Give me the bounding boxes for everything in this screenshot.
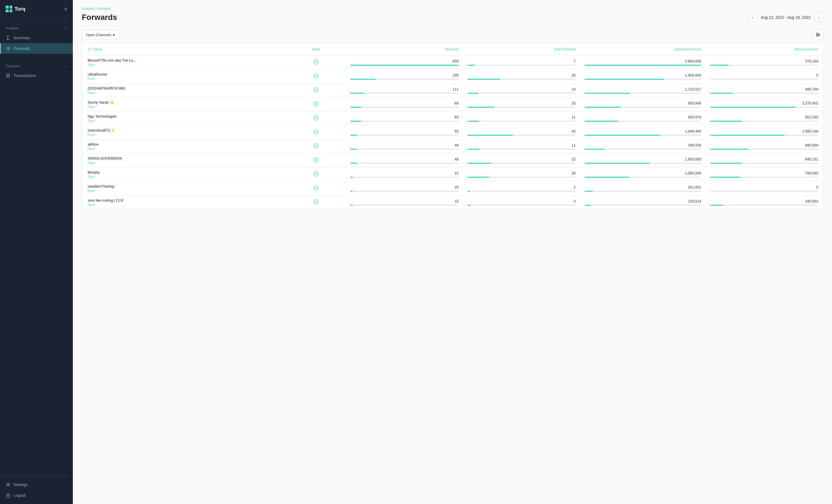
svg-point-17 xyxy=(817,35,818,36)
cell-revenue-10: 15 xyxy=(346,195,463,209)
svg-point-18 xyxy=(314,60,318,64)
cell-open-10 xyxy=(286,195,346,209)
svg-rect-5 xyxy=(8,49,10,50)
sidebar-item-logout[interactable]: Logout xyxy=(0,490,73,501)
open-check-icon xyxy=(313,187,319,191)
cell-inbound-3: 2,270,402 xyxy=(706,98,823,111)
cell-revenue-5: 55 xyxy=(346,126,463,139)
cell-name-8: Morphy Open xyxy=(82,167,286,181)
cell-name-9: needleInTheHay Open xyxy=(82,181,286,195)
cell-open-6 xyxy=(286,139,346,154)
sidebar-item-summary[interactable]: Summary xyxy=(0,32,73,43)
cell-name-1: UltraRunner Open xyxy=(82,70,286,83)
col-open: Open xyxy=(286,44,346,55)
table-row[interactable]: 02f324df7694f57b7d80 Open 111 10 1,1 xyxy=(82,83,823,98)
table-row[interactable]: Morphy Open 21 20 1,080,006 xyxy=(82,167,823,181)
svg-point-23 xyxy=(314,130,318,134)
cell-outbound-2: 1,119,517 xyxy=(580,83,706,98)
sigma-icon xyxy=(6,35,11,40)
channels-filter-label: Open Channels xyxy=(86,33,111,37)
open-check-icon xyxy=(313,75,319,80)
next-date-button[interactable]: › xyxy=(814,13,823,22)
sidebar-item-summary-label: Summary xyxy=(14,35,30,40)
logo-grid-icon xyxy=(6,6,12,12)
page-title: Forwards xyxy=(82,13,117,22)
open-check-icon xyxy=(313,173,319,178)
sidebar-item-forwards[interactable]: Forwards xyxy=(0,43,73,54)
cell-name-6: allNice Open xyxy=(82,139,286,154)
open-check-icon xyxy=(313,89,319,94)
title-row: Forwards ‹ Aug 12, 2022 - Aug 18, 2022 › xyxy=(82,13,823,22)
cell-outbound-1: 1,950,000 xyxy=(580,70,706,83)
cell-total-forwards-4: 11 xyxy=(463,111,580,126)
table-row[interactable]: needleInTheHay Open 20 2 201,801 xyxy=(82,181,823,195)
advanced-filter-button[interactable] xyxy=(813,30,823,40)
page-header: Analyse / Forwards Forwards ‹ Aug 12, 20… xyxy=(73,0,832,26)
table-row[interactable]: zero fee routing | CLN Open 15 3 150 xyxy=(82,195,823,209)
table-row[interactable]: BitcoinFTM.com aka The Lo... Open 859 7 xyxy=(82,55,823,70)
prev-date-button[interactable]: ‹ xyxy=(749,13,757,22)
logo: Torq xyxy=(6,6,25,12)
tag-icon: 🏷 xyxy=(88,47,91,51)
cell-inbound-10: 348,653 xyxy=(706,195,823,209)
gear-icon xyxy=(6,482,11,487)
cell-total-forwards-5: 42 xyxy=(463,126,580,139)
open-check-icon xyxy=(313,103,319,108)
table-header: 🏷 Name Open Revenue Total Forwards xyxy=(82,44,823,55)
cell-open-9 xyxy=(286,181,346,195)
sidebar-item-transactions[interactable]: Transactions xyxy=(0,70,73,81)
col-revenue: Revenue xyxy=(346,44,463,55)
table-row[interactable]: allNice Open 49 11 499,559 xyxy=(82,139,823,154)
svg-point-15 xyxy=(816,33,818,34)
cell-open-0 xyxy=(286,55,346,70)
breadcrumb: Analyse / Forwards xyxy=(82,7,823,11)
cell-inbound-4: 851,033 xyxy=(706,111,823,126)
col-outbound: Outbound Amount xyxy=(580,44,706,55)
sidebar-bottom: Settings Logout xyxy=(0,476,73,504)
cell-inbound-6: 990,859 xyxy=(706,139,823,154)
cell-inbound-0: 378,184 xyxy=(706,55,823,70)
table-row[interactable]: indomitusBTC⚡ Open 55 42 1,849,480 xyxy=(82,126,823,139)
table-row[interactable]: Sunny Sarah 🌟 Open 89 25 893,846 xyxy=(82,98,823,111)
cell-total-forwards-7: 22 xyxy=(463,154,580,167)
sidebar-item-settings[interactable]: Settings xyxy=(0,479,73,490)
table-row[interactable]: UltraRunner Open 195 30 1,950,000 xyxy=(82,70,823,83)
forwards-table-wrap: 🏷 Name Open Revenue Total Forwards xyxy=(82,43,823,209)
svg-point-25 xyxy=(314,158,318,162)
open-check-icon xyxy=(313,145,319,150)
cell-name-3: Sunny Sarah 🌟 Open xyxy=(82,98,286,111)
table-row[interactable]: Ngu Technologies Open 83 11 834,979 xyxy=(82,111,823,126)
cell-total-forwards-1: 30 xyxy=(463,70,580,83)
svg-point-24 xyxy=(314,144,318,148)
sidebar-header: Torq ≡ xyxy=(0,0,73,18)
logout-label: Logout xyxy=(14,493,25,498)
table-container: 🏷 Name Open Revenue Total Forwards xyxy=(73,43,832,504)
channels-filter-button[interactable]: Open Channels ▾ xyxy=(82,30,119,39)
cell-revenue-6: 49 xyxy=(346,139,463,154)
svg-point-21 xyxy=(314,102,318,106)
cell-name-5: indomitusBTC⚡ Open xyxy=(82,126,286,139)
settings-label: Settings xyxy=(14,482,28,487)
cell-inbound-8: 799,655 xyxy=(706,167,823,181)
svg-point-27 xyxy=(314,186,318,190)
sidebar: Torq ≡ Analyse — Summary xyxy=(0,0,73,504)
cell-revenue-9: 20 xyxy=(346,181,463,195)
col-inbound: Inbound Amount xyxy=(706,44,823,55)
cell-name-10: zero fee routing | CLN Open xyxy=(82,195,286,209)
cell-revenue-4: 83 xyxy=(346,111,463,126)
date-range-label: Aug 12, 2022 - Aug 18, 2022 xyxy=(761,15,811,20)
app-name: Torq xyxy=(15,6,25,12)
svg-point-16 xyxy=(818,34,820,35)
open-check-icon xyxy=(313,201,319,206)
svg-rect-11 xyxy=(7,495,9,497)
main-content: Analyse / Forwards Forwards ‹ Aug 12, 20… xyxy=(73,0,832,504)
open-check-icon xyxy=(313,61,319,65)
svg-rect-1 xyxy=(8,47,10,48)
hamburger-icon[interactable]: ≡ xyxy=(64,6,67,12)
cell-outbound-0: 2,864,658 xyxy=(580,55,706,70)
table-row[interactable]: SWISS.SOVEREIGN Open 48 22 1,600,000 xyxy=(82,154,823,167)
col-total-forwards: Total Forwards xyxy=(463,44,580,55)
cell-total-forwards-6: 11 xyxy=(463,139,580,154)
cell-name-0: BitcoinFTM.com aka The Lo... Open xyxy=(82,55,286,70)
svg-point-22 xyxy=(314,116,318,120)
